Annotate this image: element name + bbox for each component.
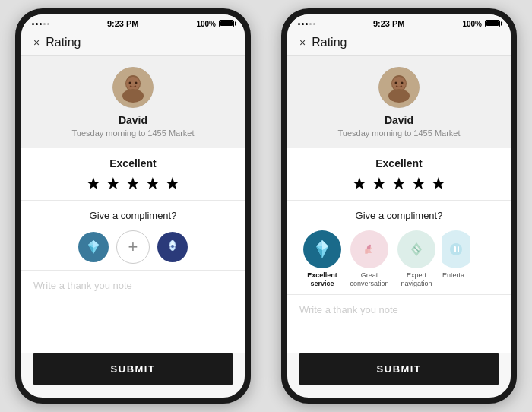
- compliment-expert-navigation[interactable]: Expertnavigation: [395, 230, 438, 288]
- thumbs-up-icon: [359, 239, 379, 259]
- left-phone-wrapper: 9:23 PM 100% × Rating: [0, 0, 266, 412]
- svg-rect-28: [454, 246, 456, 252]
- compliment-title-right: Give a compliment?: [299, 210, 499, 221]
- header-left: × Rating: [21, 31, 245, 56]
- rating-section-left: Excellent ★ ★ ★ ★ ★: [21, 148, 245, 200]
- star-1-right[interactable]: ★: [352, 174, 367, 194]
- star-4-right[interactable]: ★: [411, 174, 426, 194]
- rating-label-left: Excellent: [109, 157, 156, 170]
- driver-section-left: David Tuesday morning to 1455 Market: [21, 56, 245, 148]
- compliment-icons-right: Excellentservice Greatconversation: [299, 230, 499, 288]
- svg-point-18: [388, 89, 410, 103]
- battery-icon-left: [219, 20, 234, 27]
- close-button-left[interactable]: ×: [33, 36, 40, 49]
- page-title-right: Rating: [312, 36, 347, 49]
- star-5-right[interactable]: ★: [431, 174, 446, 194]
- star-5-left[interactable]: ★: [165, 174, 180, 194]
- compliment-entertainment[interactable]: Enterta...: [442, 230, 470, 280]
- rocket-icon-left: [164, 239, 181, 255]
- page-title-left: Rating: [46, 36, 81, 49]
- svg-marker-9: [88, 240, 93, 245]
- add-compliment-button-left[interactable]: +: [116, 230, 150, 264]
- compliment-title-left: Give a compliment?: [33, 210, 233, 221]
- submit-button-left[interactable]: SUBMIT: [33, 353, 233, 385]
- note-placeholder-right: Write a thank you note: [299, 304, 398, 315]
- compliment-rocket-left[interactable]: [157, 232, 188, 262]
- battery-right: 100%: [462, 20, 500, 28]
- star-4-left[interactable]: ★: [145, 174, 160, 194]
- navigation-icon: [407, 239, 426, 259]
- stars-left[interactable]: ★ ★ ★ ★ ★: [86, 174, 180, 194]
- rating-label-right: Excellent: [375, 157, 422, 170]
- svg-point-19: [395, 82, 397, 84]
- battery-left: 100%: [196, 20, 234, 28]
- note-placeholder-left: Write a thank you note: [33, 280, 132, 291]
- entertainment-icon: [446, 239, 466, 259]
- submit-button-right[interactable]: SUBMIT: [299, 353, 499, 385]
- svg-rect-29: [458, 246, 459, 252]
- driver-trip-right: Tuesday morning to 1455 Market: [337, 128, 460, 138]
- svg-rect-25: [365, 249, 368, 254]
- compliment-section-left: Give a compliment? +: [21, 200, 245, 270]
- avatar-right: [378, 67, 420, 108]
- compliment-label-service: Excellentservice: [307, 271, 337, 288]
- rating-section-right: Excellent ★ ★ ★ ★ ★: [287, 148, 511, 200]
- driver-name-right: David: [385, 114, 413, 126]
- star-3-left[interactable]: ★: [125, 174, 141, 194]
- close-button-right[interactable]: ×: [299, 36, 306, 49]
- driver-section-right: David Tuesday morning to 1455 Market: [287, 56, 511, 148]
- status-bar-left: 9:23 PM 100%: [21, 14, 245, 31]
- compliment-label-conversation: Greatconversation: [350, 271, 388, 288]
- status-bar-right: 9:23 PM 100%: [287, 14, 511, 31]
- signal-icon: [32, 23, 49, 25]
- svg-point-5: [135, 82, 138, 84]
- status-time-left: 9:23 PM: [107, 19, 139, 28]
- right-phone-wrapper: 9:23 PM 100% × Rating: [266, 0, 532, 412]
- star-3-right[interactable]: ★: [391, 174, 407, 194]
- right-phone: 9:23 PM 100% × Rating: [281, 8, 517, 404]
- conv-circle: [350, 230, 388, 268]
- compliment-label-navigation: Expertnavigation: [401, 271, 432, 288]
- svg-point-20: [401, 82, 404, 84]
- avatar-svg-left: [112, 67, 154, 108]
- svg-point-14: [171, 245, 174, 248]
- ent-circle: [442, 230, 470, 268]
- compliment-label-ent: Enterta...: [442, 271, 470, 280]
- avatar-left: [112, 67, 154, 108]
- svg-point-17: [392, 77, 406, 90]
- svg-point-3: [122, 89, 144, 103]
- status-time-right: 9:23 PM: [373, 19, 405, 28]
- note-section-right[interactable]: Write a thank you note: [287, 294, 511, 353]
- compliment-gem-left[interactable]: [78, 232, 109, 262]
- gem-icon-left: [85, 239, 102, 255]
- gem-circle: [303, 230, 341, 268]
- driver-trip-left: Tuesday morning to 1455 Market: [71, 128, 194, 138]
- left-phone: 9:23 PM 100% × Rating: [15, 8, 251, 404]
- stars-right[interactable]: ★ ★ ★ ★ ★: [352, 174, 446, 194]
- nav-circle: [397, 230, 435, 268]
- gem-icon-right: [312, 239, 333, 260]
- compliment-section-right: Give a compliment? Excellentservice: [287, 200, 511, 294]
- svg-point-4: [129, 82, 131, 84]
- svg-marker-24: [316, 240, 322, 246]
- avatar-svg-right: [378, 67, 420, 108]
- battery-icon-right: [485, 20, 500, 27]
- compliment-great-conversation[interactable]: Greatconversation: [348, 230, 391, 288]
- driver-name-left: David: [119, 114, 147, 126]
- signal-icon-right: [298, 23, 315, 25]
- star-1-left[interactable]: ★: [86, 174, 101, 194]
- note-section-left[interactable]: Write a thank you note: [21, 270, 245, 353]
- compliment-excellent-service[interactable]: Excellentservice: [301, 230, 344, 288]
- header-right: × Rating: [287, 31, 511, 56]
- star-2-right[interactable]: ★: [372, 174, 387, 194]
- svg-point-2: [126, 77, 140, 90]
- compliment-icons-left: +: [33, 230, 233, 264]
- star-2-left[interactable]: ★: [106, 174, 121, 194]
